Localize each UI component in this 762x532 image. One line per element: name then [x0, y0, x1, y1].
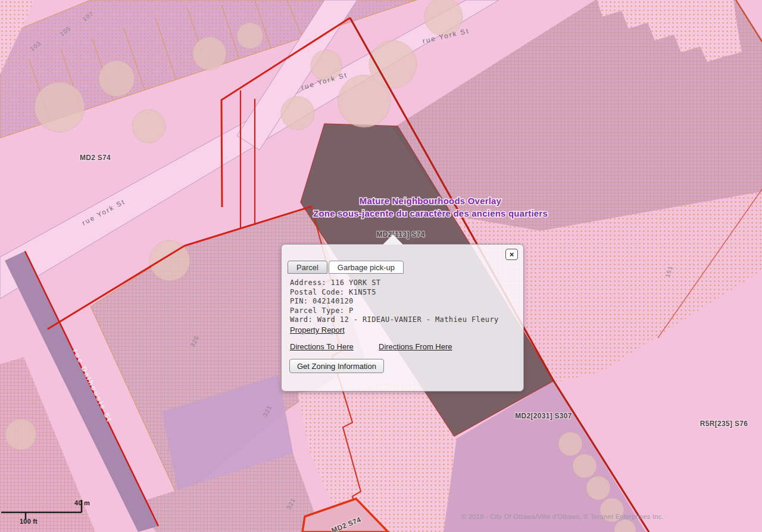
get-zoning-information-button[interactable]: Get Zoning Information — [289, 359, 384, 373]
scale-imperial-label: 100 ft — [20, 518, 38, 525]
tab-parcel[interactable]: Parcel — [288, 261, 327, 274]
tab-garbage-pick-up[interactable]: Garbage pick-up — [329, 261, 404, 274]
parcel-fields: Address: 116 YORK STPostal Code: K1N5T5P… — [290, 278, 499, 325]
directions-to-here-link[interactable]: Directions To Here — [290, 342, 354, 351]
parcel-field-line: Ward: Ward 12 - RIDEAU-VANIER - Mathieu … — [290, 315, 499, 325]
zone-label-r5r-235-s76: R5R[235] S76 — [700, 420, 748, 428]
parcel-field-line: Address: 116 YORK ST — [290, 278, 499, 288]
popup-tabs: ParcelGarbage pick-up — [288, 261, 405, 274]
scale-metric-label: 40 m — [74, 499, 90, 506]
property-report-link[interactable]: Property Report — [290, 326, 345, 334]
zone-label-md2-2031-s307: MD2[2031] S307 — [515, 412, 572, 420]
directions-from-here-link[interactable]: Directions From Here — [379, 342, 452, 351]
popup-pointer-arrow — [383, 234, 403, 245]
overlay-label-line1: Mature Neighbourhoods Overlay — [360, 196, 502, 206]
parcel-field-line: Postal Code: K1N5T5 — [290, 288, 499, 298]
close-icon[interactable]: × — [505, 249, 518, 260]
overlay-label-line2: Zone sous-jacente du caractère des ancie… — [313, 208, 548, 218]
zone-label-md2-s74-left: MD2 S74 — [80, 154, 111, 162]
parcel-field-line: Parcel Type: P — [290, 306, 499, 316]
map-viewer: MD2 S74MD2[113] S74MD2[2031] S307R5R[235… — [0, 0, 762, 532]
copyright-text: © 2018 - City Of Ottawa/Ville d'Ottawa, … — [461, 513, 664, 520]
parcel-info-popup: × ParcelGarbage pick-up Address: 116 YOR… — [281, 244, 524, 392]
parcel-field-line: PIN: 042140120 — [290, 297, 499, 306]
